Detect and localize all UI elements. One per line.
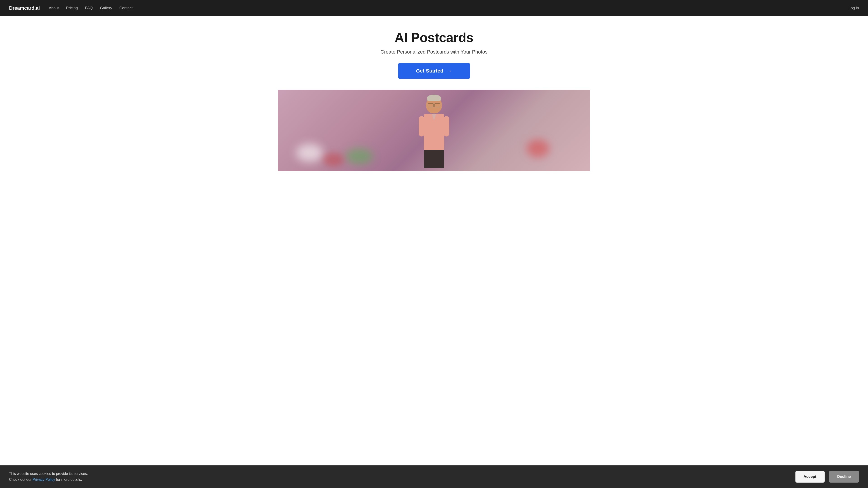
bg-blob-green [346, 149, 373, 164]
bg-blob-red-right [527, 139, 549, 158]
fig-arm-left [419, 116, 424, 136]
hero-section: AI Postcards Create Personalized Postcar… [0, 16, 868, 171]
login-link[interactable]: Log in [848, 6, 859, 10]
bg-blob-white [296, 144, 323, 162]
fig-arm-right [444, 116, 449, 136]
nav-item-faq: FAQ [85, 6, 93, 10]
nav-link-contact[interactable]: Contact [119, 6, 133, 10]
hero-image [278, 90, 590, 171]
nav-links: About Pricing FAQ Gallery Contact [49, 6, 133, 10]
navbar: Dreamcard.ai About Pricing FAQ Gallery C… [0, 0, 868, 16]
get-started-label: Get Started [416, 68, 443, 74]
main-content: AI Postcards Create Personalized Postcar… [0, 0, 868, 171]
figurine-illustration [416, 94, 452, 171]
hero-title: AI Postcards [395, 30, 473, 45]
brand-logo[interactable]: Dreamcard.ai [9, 5, 40, 11]
nav-item-gallery: Gallery [100, 6, 112, 10]
fig-pants [424, 150, 444, 168]
nav-link-about[interactable]: About [49, 6, 59, 10]
nav-link-gallery[interactable]: Gallery [100, 6, 112, 10]
fig-head [426, 96, 442, 113]
get-started-button[interactable]: Get Started → [398, 63, 470, 79]
hero-subtitle: Create Personalized Postcards with Your … [380, 49, 487, 55]
fig-glasses [428, 103, 440, 106]
nav-link-faq[interactable]: FAQ [85, 6, 93, 10]
arrow-right-icon: → [447, 68, 452, 74]
nav-left: Dreamcard.ai About Pricing FAQ Gallery C… [9, 5, 133, 11]
bg-blob-red-left [323, 153, 344, 166]
nav-item-about: About [49, 6, 59, 10]
fig-body [424, 114, 444, 150]
nav-link-pricing[interactable]: Pricing [66, 6, 78, 10]
nav-item-contact: Contact [119, 6, 133, 10]
nav-item-pricing: Pricing [66, 6, 78, 10]
